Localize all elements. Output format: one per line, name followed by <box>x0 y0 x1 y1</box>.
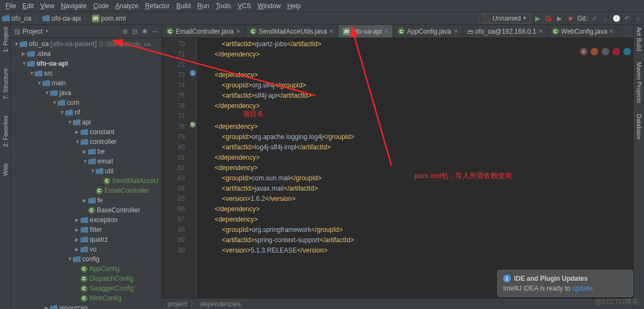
ie-icon[interactable] <box>623 48 631 55</box>
nav-file[interactable]: mpom.xml <box>92 15 126 22</box>
tab-ofooaapi[interactable]: mofo-oa-api✕ <box>338 25 393 37</box>
tool-project[interactable]: 1: Project <box>2 27 9 52</box>
tool-web[interactable]: Web <box>2 163 9 175</box>
tab-sendmailacceutilsjava[interactable]: CSendMailAcceUtils.java✕ <box>245 25 338 37</box>
tree-node-emailcontroller[interactable]: CEmailController <box>11 186 162 196</box>
tree-node-appconfig[interactable]: CAppConfig <box>11 264 162 274</box>
tree-node-api[interactable]: ▼api <box>11 117 162 127</box>
tree-node-ofooa[interactable]: ▼ofo_oa [ofo-oa-parent]D:\团队项目\ofo_oa <box>11 39 162 49</box>
tree-node-com[interactable]: ▼com <box>11 98 162 108</box>
debug-icon[interactable]: 🐞 <box>544 15 552 22</box>
menu-edit[interactable]: Edit <box>19 2 37 10</box>
git-revert-icon[interactable]: ↶ <box>623 15 631 22</box>
opera-icon[interactable] <box>612 48 620 55</box>
tree-node-resources[interactable]: ▶resources <box>11 303 162 309</box>
folder-icon <box>42 15 50 21</box>
close-icon[interactable]: ✕ <box>454 28 458 34</box>
tree-node-java[interactable]: ▼java <box>11 88 162 98</box>
menu-navigate[interactable]: Navigate <box>58 2 90 10</box>
tool-antbuild[interactable]: Ant Build <box>636 27 642 51</box>
tree-node-swaggerconfig[interactable]: CSwaggerConfig <box>11 283 162 293</box>
menu-vcs[interactable]: VCS <box>234 2 255 10</box>
panel-title: Project <box>22 28 42 35</box>
chrome-icon[interactable] <box>580 48 587 55</box>
tree-node-fe[interactable]: ▶fe <box>11 196 162 205</box>
collapse-icon[interactable]: ⊟ <box>132 28 138 35</box>
tree-node-exception[interactable]: ▶exception <box>11 215 162 225</box>
menu-window[interactable]: Window <box>254 2 284 10</box>
tab-emailcontrollerjava[interactable]: CEmailController.java✕ <box>162 25 245 37</box>
close-icon[interactable]: ✕ <box>329 28 333 34</box>
tree-node-ofooaapi[interactable]: ▼ofo-oa-api <box>11 59 162 68</box>
line-gutter: 7071727374757677787980818283848586878889… <box>162 38 189 298</box>
close-icon[interactable]: ✕ <box>384 28 388 34</box>
menu-file[interactable]: File <box>2 2 19 10</box>
breadcrumb[interactable]: project〉dependencies <box>162 298 633 309</box>
fold-icon[interactable]: ↓ <box>190 70 196 76</box>
git-commit-icon[interactable]: ✓ <box>591 15 598 22</box>
tree-node-dispatchconfig[interactable]: CDispatchConfig <box>11 274 162 283</box>
tree-node-controller[interactable]: ▼controller <box>11 137 162 147</box>
browser-icons[interactable] <box>580 48 631 55</box>
gear-icon[interactable]: ✱ <box>142 28 147 35</box>
right-tool-stripe: Ant BuildMaven ProjectsDatabase <box>633 25 644 309</box>
tree-node-main[interactable]: ▼main <box>11 78 162 88</box>
tree-node-config[interactable]: ▼config <box>11 254 162 264</box>
update-link[interactable]: update <box>572 285 592 292</box>
nav-module[interactable]: ofo-oa-api <box>42 15 81 22</box>
tree-node-nf[interactable]: ▼nf <box>11 108 162 117</box>
tool-mavenprojects[interactable]: Maven Projects <box>636 62 642 103</box>
nav-root[interactable]: ofo_oa <box>2 15 32 22</box>
menu-bar: FileEditViewNavigateCodeAnalyzeRefactorB… <box>0 0 644 12</box>
annotation-pom-desc: pom.xml包，导入所需依赖使用 <box>414 171 512 181</box>
tree-node-constant[interactable]: ▶constant <box>11 127 162 137</box>
tree-node-basecontroller[interactable]: CBaseController <box>11 205 162 215</box>
tool-database[interactable]: Database <box>636 114 642 140</box>
tool-structure[interactable]: 7: Structure <box>2 68 9 99</box>
scroll-to-icon[interactable]: ⊕ <box>122 28 128 35</box>
git-update-icon[interactable]: ↓ <box>602 15 609 22</box>
firefox-icon[interactable] <box>591 48 598 55</box>
reload-icon[interactable]: ↻ <box>190 122 196 128</box>
close-icon[interactable]: ✕ <box>236 28 240 34</box>
menu-view[interactable]: View <box>37 2 58 10</box>
hide-icon[interactable]: — <box>152 28 158 35</box>
code-content[interactable]: <artifactId>quartz-jobs</artifactId> </d… <box>197 38 633 298</box>
tree-node-email[interactable]: ▼email <box>11 156 162 166</box>
project-tree[interactable]: ▼ofo_oa [ofo-oa-parent]D:\团队项目\ofo_oa▶.i… <box>11 38 162 309</box>
git-label: Git: <box>577 15 587 22</box>
run-icon[interactable]: ▶ <box>534 15 541 22</box>
menu-code[interactable]: Code <box>90 2 112 10</box>
git-history-icon[interactable]: 🕘 <box>612 15 620 22</box>
left-tool-stripe: 1: Project7: Structure2: FavoritesWeb <box>0 25 11 309</box>
tab-appconfigjava[interactable]: CAppConfig.java✕ <box>393 25 462 37</box>
tree-node-be[interactable]: ▶be <box>11 147 162 156</box>
run-configuration[interactable]: ⬛Unnamed▼ <box>479 14 530 23</box>
tool-favorites[interactable]: 2: Favorites <box>2 116 9 147</box>
tree-node-vo[interactable]: ▶vo <box>11 244 162 254</box>
coverage-icon[interactable]: ▶ <box>555 15 563 22</box>
project-tool-window: ▤ Project ▼ ⊕ ⊟ ✱ — ▼ofo_oa [ofo-oa-pare… <box>11 25 162 309</box>
notification-popup[interactable]: iIDE and Plugin Updates IntelliJ IDEA is… <box>497 270 633 297</box>
menu-run[interactable]: Run <box>194 2 213 10</box>
menu-help[interactable]: Help <box>284 2 304 10</box>
tree-node-idea[interactable]: ▶.idea <box>11 49 162 59</box>
stop-icon[interactable]: ■ <box>566 15 574 22</box>
tree-node-webconfig[interactable]: CWebConfig <box>11 293 162 303</box>
menu-refactor[interactable]: Refactor <box>142 2 173 10</box>
menu-analyze[interactable]: Analyze <box>112 2 142 10</box>
tree-node-sendmailacceu[interactable]: CSendMailAcceU <box>11 176 162 186</box>
tree-node-quatrz[interactable]: ▶quatrz <box>11 235 162 244</box>
close-icon[interactable]: ✕ <box>609 28 614 34</box>
menu-tools[interactable]: Tools <box>213 2 234 10</box>
close-icon[interactable]: ✕ <box>538 28 543 34</box>
code-editor[interactable]: 7071727374757677787980818283848586878889… <box>162 38 633 298</box>
safari-icon[interactable] <box>602 48 609 55</box>
tab-ofooa19216801[interactable]: 🗃ofo_oa@192.168.0.1✕ <box>463 25 548 37</box>
search-icon[interactable]: ⌕ <box>634 15 642 22</box>
menu-build[interactable]: Build <box>173 2 194 10</box>
tree-node-src[interactable]: ▼src <box>11 68 162 78</box>
tree-node-filter[interactable]: ▶filter <box>11 225 162 235</box>
tree-node-util[interactable]: ▼util <box>11 166 162 176</box>
tab-webconfigjava[interactable]: CWebConfig.java✕ <box>548 25 619 37</box>
